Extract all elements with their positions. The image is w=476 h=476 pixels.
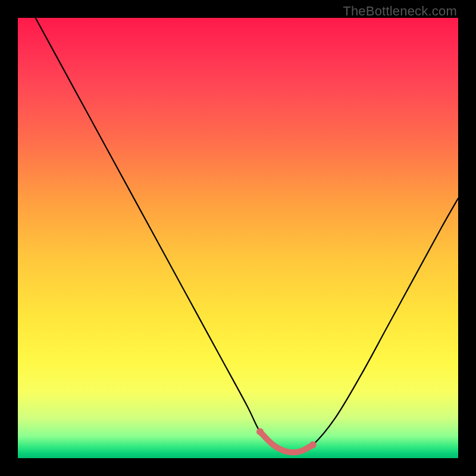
chart-plot-area: [18, 18, 458, 458]
optimal-range-start-dot: [256, 428, 264, 436]
bottleneck-curve-line: [36, 18, 458, 452]
optimal-range-end-dot: [309, 441, 317, 449]
optimal-range-highlight: [260, 432, 313, 453]
chart-svg: [18, 18, 458, 458]
watermark-text: TheBottleneck.com: [343, 4, 457, 19]
